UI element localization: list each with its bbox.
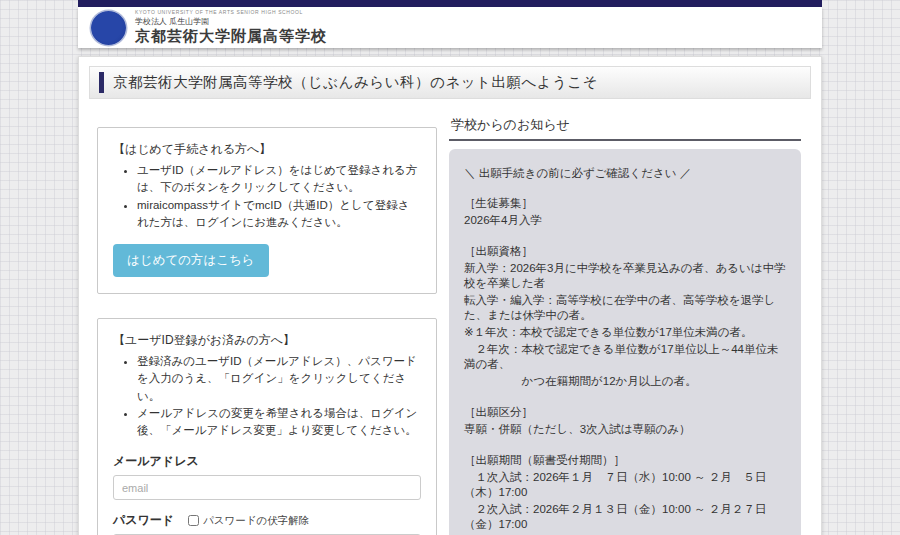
password-unmask-label: パスワードの伏字解除 xyxy=(203,514,309,528)
login-box-heading: 【ユーザID登録がお済みの方へ】 xyxy=(113,332,421,349)
school-name: 京都芸術大学附属高等学校 xyxy=(135,27,327,46)
notice-line: ［生徒募集］ xyxy=(464,196,786,211)
site-header: KYOTO UNIVERSITY OF THE ARTS SENIOR HIGH… xyxy=(78,7,822,48)
first-time-box: 【はじめて手続される方へ】 ユーザID（メールアドレス）をはじめて登録される方は… xyxy=(97,127,437,294)
notice-line xyxy=(464,231,786,242)
notice-box: ＼ 出願手続きの前に必ずご確認ください ／［生徒募集］2026年4月入学［出願資… xyxy=(449,149,801,535)
title-accent-bar xyxy=(99,72,104,93)
left-column: 【はじめて手続される方へ】 ユーザID（メールアドレス）をはじめて登録される方は… xyxy=(97,115,437,535)
notice-line: 新入学：2026年3月に中学校を卒業見込みの者、あるいは中学校を卒業した者 xyxy=(464,261,786,290)
notice-line: ［出願区分］ xyxy=(464,405,786,420)
notice-line xyxy=(464,440,786,451)
notice-line: 専願・併願（ただし、3次入試は専願のみ） xyxy=(464,422,786,437)
bullet-item: ユーザID（メールアドレス）をはじめて登録される方は、下のボタンをクリックしてく… xyxy=(137,162,421,197)
login-box-bullets: 登録済みのユーザID（メールアドレス）、パスワードを入力のうえ、「ログイン」をク… xyxy=(113,353,421,439)
page-background: KYOTO UNIVERSITY OF THE ARTS SENIOR HIGH… xyxy=(0,0,900,535)
school-name-english: KYOTO UNIVERSITY OF THE ARTS SENIOR HIGH… xyxy=(135,9,327,15)
notice-line xyxy=(464,183,786,194)
notice-line xyxy=(464,392,786,403)
notice-line: 2026年4月入学 xyxy=(464,213,786,228)
notice-line: 転入学・編入学：高等学校に在学中の者、高等学校を退学した、または休学中の者。 xyxy=(464,293,786,322)
password-unmask-row: パスワードの伏字解除 xyxy=(188,514,309,528)
main-card: 京都芸術大学附属高等学校（じぶんみらい科）のネット出願へようこそ 【はじめて手続… xyxy=(78,56,822,535)
notice-line: ［出願資格］ xyxy=(464,244,786,259)
header-text-block: KYOTO UNIVERSITY OF THE ARTS SENIOR HIGH… xyxy=(135,9,327,46)
right-column: 学校からのお知らせ ＼ 出願手続きの前に必ずご確認ください ／［生徒募集］202… xyxy=(449,115,801,535)
notice-line: ＼ 出願手続きの前に必ずご確認ください ／ xyxy=(464,166,786,181)
notice-line: ２年次：本校で認定できる単位数が17単位以上～44単位未満の者、 xyxy=(464,342,786,371)
two-column-layout: 【はじめて手続される方へ】 ユーザID（メールアドレス）をはじめて登録される方は… xyxy=(89,115,811,535)
notice-line: かつ在籍期間が12か月以上の者。 xyxy=(464,374,786,389)
notice-line: １次入試：2026年１月 ７日（水）10:00 ～ ２月 ５日（木）17:00 xyxy=(464,470,786,499)
bullet-item: 登録済みのユーザID（メールアドレス）、パスワードを入力のうえ、「ログイン」をク… xyxy=(137,353,421,405)
content-column: KYOTO UNIVERSITY OF THE ARTS SENIOR HIGH… xyxy=(78,0,822,535)
page-title-bar: 京都芸術大学附属高等学校（じぶんみらい科）のネット出願へようこそ xyxy=(89,66,811,99)
notice-line: ［出願期間（願書受付期間）］ xyxy=(464,453,786,468)
page-title: 京都芸術大学附属高等学校（じぶんみらい科）のネット出願へようこそ xyxy=(113,73,598,92)
school-logo-icon xyxy=(91,11,126,45)
email-label: メールアドレス xyxy=(113,453,199,470)
bullet-item: メールアドレスの変更を希望される場合は、ログイン後、「メールアドレス変更」より変… xyxy=(137,405,421,440)
first-time-bullets: ユーザID（メールアドレス）をはじめて登録される方は、下のボタンをクリックしてく… xyxy=(113,162,421,231)
login-box: 【ユーザID登録がお済みの方へ】 登録済みのユーザID（メールアドレス）、パスワ… xyxy=(97,318,437,535)
first-time-button[interactable]: はじめての方はこちら xyxy=(113,244,269,277)
first-time-heading: 【はじめて手続される方へ】 xyxy=(113,141,421,158)
notice-heading: 学校からのお知らせ xyxy=(449,115,801,141)
top-accent-bar xyxy=(78,0,822,7)
password-label: パスワード xyxy=(113,512,174,529)
bullet-item: miraicompassサイトでmcID（共通ID）として登録された方は、ログイ… xyxy=(137,197,421,232)
password-label-row: パスワード パスワードの伏字解除 xyxy=(113,512,421,529)
notice-line: ※１年次：本校で認定できる単位数が17単位未満の者。 xyxy=(464,325,786,340)
email-field[interactable] xyxy=(113,475,421,500)
notice-line: ２次入試：2026年２月１３日（金）10:00 ～ ２月２７日（金）17:00 xyxy=(464,502,786,531)
password-unmask-checkbox[interactable] xyxy=(188,515,199,526)
school-organization: 学校法人 瓜生山学園 xyxy=(135,17,327,27)
